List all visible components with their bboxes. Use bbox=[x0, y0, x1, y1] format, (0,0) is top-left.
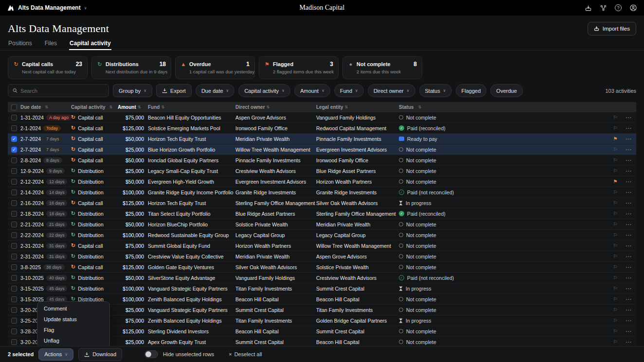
table-row[interactable]: 2-8-20248 days ↻Capital call $50,000 Iro… bbox=[8, 155, 636, 166]
flag-icon[interactable]: ⚐ bbox=[613, 190, 618, 195]
row-menu-button[interactable]: ⋯ bbox=[621, 285, 636, 292]
table-row[interactable]: 2-12-202412 days ↻Distribution $50,000 E… bbox=[8, 176, 636, 187]
deselect-all-button[interactable]: ×Deselect all bbox=[229, 351, 262, 357]
row-menu-button[interactable]: ⋯ bbox=[621, 317, 636, 324]
row-checkbox[interactable] bbox=[11, 125, 17, 131]
row-menu-button[interactable]: ⋯ bbox=[621, 275, 636, 281]
row-checkbox[interactable] bbox=[11, 232, 17, 238]
integrations-icon[interactable] bbox=[599, 4, 607, 12]
flag-icon[interactable]: ⚐ bbox=[613, 339, 618, 345]
import-files-button[interactable]: Import files bbox=[588, 22, 636, 35]
filter-fund[interactable]: Fund∨ bbox=[334, 84, 364, 97]
search-input[interactable] bbox=[8, 84, 109, 97]
context-menu-item-comment[interactable]: Comment bbox=[37, 303, 109, 314]
summary-card-capital-calls[interactable]: ↻ Capital calls 23 Next capital call due… bbox=[8, 56, 88, 79]
table-row[interactable]: 2-22-202422 days ↻Distribution $100,000 … bbox=[8, 230, 636, 241]
row-menu-button[interactable]: ⋯ bbox=[621, 339, 636, 345]
table-row[interactable]: 2-21-202421 days ↻Distribution $50,000 H… bbox=[8, 219, 636, 230]
context-menu-item-update-status[interactable]: Update status bbox=[37, 314, 109, 325]
table-row[interactable]: 3-10-202540 days ↻Distribution $50,000 S… bbox=[8, 273, 636, 283]
row-menu-button[interactable]: ⋯ bbox=[621, 232, 636, 239]
row-checkbox[interactable] bbox=[11, 318, 17, 324]
actions-button[interactable]: Actions∨ bbox=[38, 348, 73, 361]
row-checkbox[interactable] bbox=[11, 222, 17, 227]
table-row[interactable]: 1-31-2024A day ago ↻Capital call $75,000… bbox=[8, 112, 636, 123]
table-row[interactable]: 2-16-202416 days ↻Capital call $125,000 … bbox=[8, 198, 636, 208]
summary-card-distributions[interactable]: ↻ Distributions 18 Next distribution due… bbox=[91, 56, 171, 79]
table-row[interactable]: 3-15-202545 days ↻Distribution $100,000 … bbox=[8, 283, 636, 294]
row-checkbox[interactable] bbox=[11, 190, 17, 195]
filter-flagged[interactable]: Flagged bbox=[456, 84, 487, 97]
account-icon[interactable] bbox=[629, 4, 637, 12]
column-header-amount[interactable]: Amount⇅ bbox=[118, 104, 148, 110]
help-icon[interactable]: ? bbox=[614, 4, 622, 12]
summary-card-overdue[interactable]: ▲ Overdue 1 1 capital call was due yeste… bbox=[175, 56, 255, 79]
row-checkbox[interactable] bbox=[11, 179, 17, 185]
export-button[interactable]: Export bbox=[156, 84, 192, 97]
row-checkbox[interactable] bbox=[11, 211, 17, 217]
row-checkbox[interactable] bbox=[11, 307, 17, 313]
flag-icon[interactable]: ⚐ bbox=[613, 232, 618, 238]
row-checkbox[interactable] bbox=[11, 264, 17, 270]
row-menu-button[interactable]: ⋯ bbox=[621, 328, 636, 335]
row-menu-button[interactable]: ⋯ bbox=[621, 210, 636, 217]
flag-icon[interactable]: ⚐ bbox=[613, 328, 618, 334]
flag-icon[interactable]: ⚐ bbox=[613, 157, 618, 163]
row-menu-button[interactable]: ⋯ bbox=[621, 136, 636, 142]
flag-icon[interactable]: ⚐ bbox=[613, 168, 618, 173]
flag-icon[interactable]: ⚐ bbox=[613, 254, 618, 259]
flag-icon[interactable]: ⚐ bbox=[613, 125, 618, 131]
table-row[interactable]: 2-1-2024Today ↻Capital call $125,000 Sol… bbox=[8, 123, 636, 134]
table-row[interactable]: ✓ 2-7-20247 days ↻Capital call $50,000 H… bbox=[8, 134, 636, 144]
table-row[interactable]: 2-14-202414 days ↻Distribution $100,000 … bbox=[8, 187, 636, 198]
tab-capital-activity[interactable]: Capital activity bbox=[69, 37, 111, 50]
row-menu-button[interactable]: ⋯ bbox=[621, 189, 636, 196]
summary-card-not-complete[interactable]: ● Not complete 8 2 items due this week bbox=[342, 56, 422, 79]
row-checkbox[interactable] bbox=[11, 254, 17, 259]
column-header-fund[interactable]: Fund⇅ bbox=[148, 104, 235, 110]
column-header-due-date[interactable]: Due date⇅ bbox=[20, 104, 71, 110]
row-menu-button[interactable]: ⋯ bbox=[621, 178, 636, 185]
row-checkbox[interactable] bbox=[11, 243, 17, 249]
row-menu-button[interactable]: ⋯ bbox=[621, 168, 636, 174]
summary-card-flagged[interactable]: ⚑ Flagged 3 2 flagged items due this wee… bbox=[259, 56, 339, 79]
row-checkbox[interactable] bbox=[11, 157, 17, 163]
table-row[interactable]: 2-31-202431 days ↻Distribution $75,000 C… bbox=[8, 251, 636, 262]
context-menu-item-unflag[interactable]: Unflag bbox=[37, 335, 109, 346]
flag-icon[interactable]: ⚑ bbox=[613, 179, 618, 184]
row-menu-button[interactable]: ⋯ bbox=[621, 114, 636, 121]
row-checkbox[interactable] bbox=[11, 275, 17, 281]
row-menu-button[interactable]: ⋯ bbox=[621, 157, 636, 164]
column-header-direct-owner[interactable]: Direct owner⇅ bbox=[235, 104, 316, 110]
table-row[interactable]: 2-31-202431 days ↻Capital call $75,000 S… bbox=[8, 241, 636, 251]
flag-icon[interactable]: ⚐ bbox=[613, 286, 618, 291]
tab-positions[interactable]: Positions bbox=[8, 37, 33, 50]
row-checkbox[interactable] bbox=[11, 328, 17, 334]
filter-status[interactable]: Status∨ bbox=[419, 84, 452, 97]
flag-icon[interactable]: ⚐ bbox=[613, 275, 618, 280]
flag-icon[interactable]: ⚐ bbox=[613, 147, 618, 152]
row-menu-button[interactable]: ⋯ bbox=[621, 307, 636, 313]
row-checkbox[interactable]: ✓ bbox=[11, 136, 17, 142]
flag-icon[interactable]: ⚐ bbox=[613, 296, 618, 302]
filter-capital-activity[interactable]: Capital activity∨ bbox=[238, 84, 290, 97]
table-row[interactable]: 12-9-20249 days ↻Distribution $25,000 Le… bbox=[8, 166, 636, 176]
context-menu-item-flag[interactable]: Flag bbox=[37, 325, 109, 335]
table-row[interactable]: 2-18-202418 days ↻Distribution $25,000 T… bbox=[8, 208, 636, 219]
filter-due-date[interactable]: Due date∨ bbox=[196, 84, 235, 97]
row-menu-button[interactable]: ⋯ bbox=[621, 296, 636, 303]
row-checkbox[interactable] bbox=[11, 168, 17, 174]
filter-overdue[interactable]: Overdue bbox=[490, 84, 522, 97]
flag-icon[interactable]: ⚐ bbox=[613, 200, 618, 206]
row-menu-button[interactable]: ⋯ bbox=[621, 125, 636, 132]
filter-direct-owner[interactable]: Direct owner∨ bbox=[368, 84, 415, 97]
flag-icon[interactable]: ⚐ bbox=[613, 211, 618, 216]
select-all-checkbox[interactable] bbox=[11, 104, 17, 110]
row-checkbox[interactable] bbox=[11, 339, 17, 345]
flag-icon[interactable]: ⚐ bbox=[613, 222, 618, 227]
row-checkbox[interactable] bbox=[11, 286, 17, 292]
download-button[interactable]: Download bbox=[78, 348, 122, 361]
row-menu-button[interactable]: ⋯ bbox=[621, 264, 636, 271]
row-checkbox[interactable] bbox=[11, 115, 17, 121]
row-menu-button[interactable]: ⋯ bbox=[621, 221, 636, 228]
